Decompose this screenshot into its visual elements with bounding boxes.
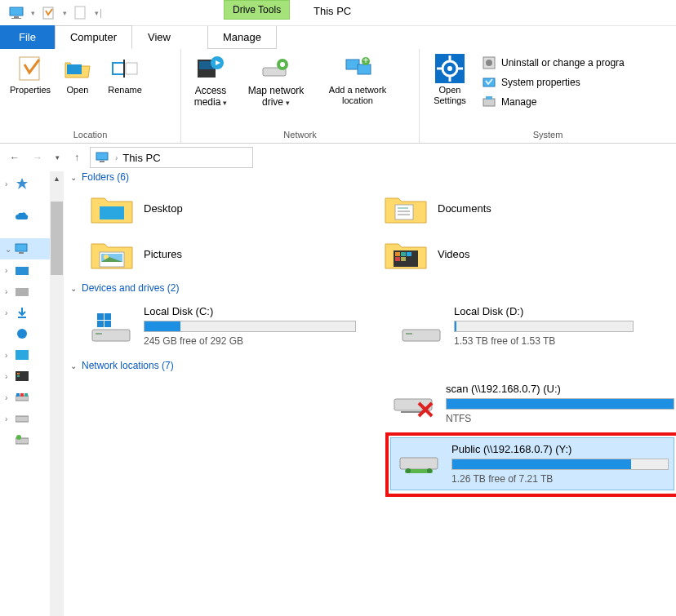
breadcrumb-this-pc[interactable]: This PC <box>122 152 160 164</box>
tab-file[interactable]: File <box>0 25 55 49</box>
svg-point-28 <box>486 60 492 66</box>
pictures-icon <box>15 348 29 362</box>
svg-point-39 <box>17 329 27 339</box>
sysprops-icon <box>482 75 496 90</box>
tab-view[interactable]: View <box>132 25 186 49</box>
svg-rect-48 <box>16 416 29 422</box>
address-bar[interactable]: › This PC <box>90 147 253 168</box>
usage-bar <box>454 321 634 332</box>
scroll-up-button[interactable]: ▲ <box>50 171 64 185</box>
svg-rect-4 <box>75 7 85 19</box>
manage-button[interactable]: Manage <box>478 93 628 111</box>
svg-rect-62 <box>407 252 411 256</box>
svg-point-79 <box>406 468 411 473</box>
svg-rect-77 <box>400 458 438 469</box>
devices-section-header[interactable]: ⌄ Devices and drives (2) <box>70 282 669 294</box>
svg-rect-37 <box>16 288 29 296</box>
folders-section-header[interactable]: ⌄ Folders (6) <box>70 171 669 183</box>
title-bar: ▾ ▾ ▾│ Drive Tools This PC <box>0 0 676 26</box>
forward-button[interactable]: → <box>28 148 47 167</box>
svg-rect-2 <box>11 18 21 19</box>
svg-rect-8 <box>126 63 137 74</box>
qat-new-icon[interactable] <box>70 4 91 22</box>
svg-point-15 <box>280 62 285 67</box>
devices-section-title: Devices and drives (2) <box>82 282 179 294</box>
svg-rect-5 <box>20 57 39 80</box>
local-disk-icon <box>88 305 134 344</box>
properties-button[interactable]: Properties <box>7 52 54 97</box>
ribbon-tabs: File Computer View Manage <box>0 26 676 49</box>
network-drive-error-icon <box>390 383 436 419</box>
netloc-section-title: Network locations (7) <box>82 360 174 371</box>
qat-properties-icon[interactable] <box>38 4 60 22</box>
pc-icon <box>96 152 110 163</box>
netloc-section-header[interactable]: ⌄ Network locations (7) <box>70 360 669 371</box>
folder-desktop[interactable]: Desktop <box>90 189 335 227</box>
usage-bar <box>451 459 669 470</box>
scroll-thumb[interactable] <box>51 202 63 275</box>
pictures-folder-icon <box>90 235 134 273</box>
tab-manage[interactable]: Manage <box>207 26 277 49</box>
system-properties-button[interactable]: System properties <box>478 73 628 91</box>
quick-access-icon <box>15 176 29 191</box>
usage-bar <box>446 398 674 410</box>
svg-rect-31 <box>486 96 492 100</box>
sidebar-item[interactable]: › <box>0 259 50 281</box>
svg-rect-30 <box>483 99 495 106</box>
network-drive-public[interactable]: Public (\\192.168.0.7) (Y:) 1.26 TB free… <box>390 437 674 490</box>
svg-rect-0 <box>10 7 23 16</box>
add-network-location-button[interactable]: + Add a network location <box>318 52 397 108</box>
folder-pictures[interactable]: Pictures <box>90 235 335 273</box>
drive-tools-label: Drive Tools <box>224 0 290 20</box>
chevron-down-icon: ⌄ <box>70 361 77 370</box>
recent-locations-button[interactable]: ▾ <box>51 148 64 167</box>
ribbon-group-system: Open Settings Uninstall or change a prog… <box>420 49 676 143</box>
map-network-drive-button[interactable]: Map network drive <box>238 52 314 110</box>
sidebar-item[interactable]: › <box>0 173 50 194</box>
usage-bar <box>144 321 356 332</box>
drive-d[interactable]: Local Disk (D:) 1.53 TB free of 1.53 TB <box>394 300 638 352</box>
sidebar-item[interactable]: › <box>0 302 50 323</box>
sidebar-item[interactable] <box>0 429 50 450</box>
rename-button[interactable]: Rename <box>101 52 149 97</box>
sidebar-item-this-pc[interactable]: ⌄ <box>0 238 50 259</box>
sidebar-item[interactable] <box>0 323 50 344</box>
open-folder-icon <box>63 54 92 83</box>
qat-customize[interactable]: ▾│ <box>95 9 104 17</box>
svg-rect-45 <box>16 393 20 397</box>
svg-point-22 <box>447 66 452 71</box>
svg-rect-69 <box>97 321 104 327</box>
svg-rect-32 <box>96 153 108 160</box>
sidebar-item[interactable]: › <box>0 387 50 408</box>
sidebar-scrollbar[interactable]: ▲ <box>50 171 64 616</box>
folder-videos[interactable]: Videos <box>384 235 629 273</box>
sidebar-item[interactable] <box>0 206 50 227</box>
sidebar-item[interactable]: › <box>0 344 50 366</box>
back-button[interactable]: ← <box>5 148 24 167</box>
open-button[interactable]: Open <box>59 52 96 97</box>
qat-pc-icon[interactable] <box>7 4 28 22</box>
navigation-pane: › ⌄ › › › › › › › ▲ <box>0 171 64 616</box>
open-settings-button[interactable]: Open Settings <box>426 52 474 108</box>
sidebar-item[interactable]: › <box>0 281 50 302</box>
documents-folder-icon <box>384 189 428 227</box>
folder-documents[interactable]: Documents <box>384 189 629 227</box>
quick-access-toolbar: ▾ ▾ ▾│ <box>0 4 104 22</box>
tab-computer[interactable]: Computer <box>55 25 132 49</box>
uninstall-program-button[interactable]: Uninstall or change a progra <box>478 54 628 72</box>
network-drive-scan[interactable]: scan (\\192.168.0.7) (U:) NTFS <box>385 378 676 429</box>
desktop-folder-icon <box>90 189 134 227</box>
drive-c[interactable]: Local Disk (C:) 245 GB free of 292 GB <box>83 300 361 352</box>
svg-rect-52 <box>395 205 413 219</box>
window-title: This PC <box>314 5 351 17</box>
svg-rect-66 <box>96 333 102 335</box>
svg-rect-63 <box>395 257 400 261</box>
access-media-button[interactable]: Access media <box>188 52 233 110</box>
qat-sep2: ▾ <box>63 9 67 17</box>
svg-rect-40 <box>16 350 29 360</box>
sidebar-item[interactable]: › <box>0 366 50 387</box>
videos-icon <box>15 369 29 383</box>
sidebar-item[interactable]: › <box>0 408 50 429</box>
rename-icon <box>110 54 140 83</box>
up-button[interactable]: ↑ <box>67 148 87 167</box>
